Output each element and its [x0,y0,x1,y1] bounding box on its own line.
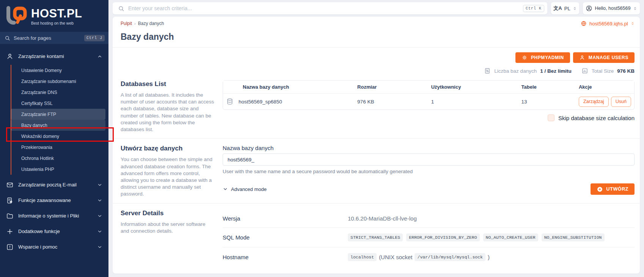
stats-row: Liczba baz danych 1 / Bez limitu Total S… [121,67,635,74]
chevron-up-icon [97,54,102,59]
database-name-input[interactable] [223,153,635,166]
sidebar-section-email[interactable]: Zarządzanie pocztą E-mail [0,177,108,192]
mail-icon [6,181,14,189]
breadcrumb: Pulpit › Bazy danych [121,21,164,26]
column-header-actions: Akcje [576,81,634,94]
manage-database-button[interactable]: Zarządzaj [579,97,609,107]
global-search-shortcut: Ctrl K [523,5,544,12]
sidebar-item-dns[interactable]: Zarządzanie DNS [11,87,105,98]
sidebar-item-ssl[interactable]: Certyfikaty SSL [11,98,105,109]
divider [113,138,640,139]
accounts-submenu: Ustawienie Domeny Zarządzanie subdomenam… [11,65,108,175]
database-users: 1 [428,94,518,110]
stat-total-size: Total Size 976 KB [581,67,635,74]
create-database-title: Utwórz bazę danych [121,145,214,152]
database-size: 976 KB [354,94,428,110]
sqlmode-badge: NO_ENGINE_SUBSTITUTION [542,233,605,241]
databases-list-title: Databases List [121,80,214,88]
plus-circle-icon [597,186,603,192]
sidebar-section-advanced[interactable]: Funkcje zaawansowane [0,192,108,208]
sidebar-item-przekierowania[interactable]: Przekierowania [11,142,105,153]
column-header-tables: Tabele [518,81,576,94]
user-circle-icon [586,5,592,12]
sidebar-menu: Zarządzanie kontami Ustawienie Domeny Za… [0,49,108,255]
select-carets-icon [631,21,635,26]
sqlmode-badges: STRICT_TRANS_TABLES ERROR_FOR_DIVISION_B… [348,233,605,241]
skip-size-checkbox[interactable] [548,114,554,121]
sidebar-item-ustawienie-domeny[interactable]: Ustawienie Domeny [11,65,105,76]
sqlmode-badge: ERROR_FOR_DIVISION_BY_ZERO [406,233,479,241]
server-details-title: Server Details [121,210,214,217]
brand-tagline: Best hosting on the web [31,21,82,25]
sidebar-item-bazy-danych[interactable]: Bazy danych [11,120,105,131]
sidebar-item-ftp[interactable]: Zarządzanie FTP [11,109,105,120]
sidebar-item-hotlink[interactable]: Ochrona Hotlink [11,153,105,164]
version-value: 10.6.20-MariaDB-cll-lve-log [348,215,417,222]
sidebar-item-php[interactable]: Ustawienia PHP [11,164,105,175]
databases-list-description: A list of all databases. It includes the… [121,92,214,133]
column-header-size: Rozmiar [354,81,428,94]
topbar: Enter your search criteria... Ctrl K 文A … [113,2,640,14]
sidebar: HOST.PL Best hosting on the web Search f… [0,0,108,277]
content-card: Pulpit › Bazy danych host56569.iqhs.pl B… [113,17,640,274]
sidebar-item-subdomeny[interactable]: Zarządzanie subdomenami [11,76,105,87]
brand-name: HOST.PL [31,8,82,19]
sidebar-search[interactable]: Search for pages Ctrl J [0,32,108,44]
iq-logo-icon [5,5,27,26]
brand-logo[interactable]: HOST.PL Best hosting on the web [0,0,108,26]
socket-path-badge: /var/lib/mysql/mysql.sock [415,253,485,261]
create-database-section: Utwórz bazę danych You can choose betwee… [121,145,635,197]
database-icon [226,98,234,105]
manage-users-button[interactable]: MANAGE USERS [573,52,635,63]
chevron-down-icon [223,186,228,192]
domain-name: host56569.iqhs.pl [589,21,628,27]
hostname-label: Hostname [223,254,348,260]
server-sqlmode-row: SQL Mode STRICT_TRANS_TABLES ERROR_FOR_D… [223,228,635,247]
sidebar-section-accounts[interactable]: Zarządzanie kontami [0,49,108,64]
phpmyadmin-button[interactable]: PHPMYADMIN [515,52,570,63]
sqlmode-badge: STRICT_TRANS_TABLES [348,233,403,241]
skip-size-label: Skip database size calculation [558,115,635,121]
sidebar-item-wskazniki[interactable]: Wskaźniki domeny [11,131,105,142]
sidebar-section-extra[interactable]: Dodatkowe funkcje [0,224,108,239]
sidebar-section-support[interactable]: Wsparcie i pomoc [0,239,108,255]
database-name-helper: User with the same name and a secure pas… [223,169,635,174]
sidebar-section-system-files[interactable]: Informacje o systemie i Pliki [0,208,108,224]
breadcrumb-home-link[interactable]: Pulpit [121,21,132,26]
server-details-description: Information about the server software an… [121,221,214,235]
user-icon [6,53,14,60]
create-database-description: You can choose between the simple and ad… [121,156,214,197]
sidebar-search-shortcut: Ctrl J [84,35,105,41]
create-database-button[interactable]: UTWÓRZ [591,183,635,195]
sidebar-search-placeholder: Search for pages [14,35,81,41]
page-title: Bazy danych [121,32,635,42]
databases-table: Nazwa bazy danych Rozmiar Użytkownicy Ta… [223,80,635,110]
chevron-down-icon [97,229,102,234]
global-search-input[interactable]: Enter your search criteria... Ctrl K [113,2,547,14]
advanced-mode-toggle[interactable]: Advanced mode [223,186,267,192]
divider [113,203,640,203]
hostname-value: localhost (UNIX socket /var/lib/mysql/my… [348,253,490,261]
plus-icon [6,228,14,235]
search-icon [118,5,124,12]
user-menu[interactable]: Hello, host56569 [583,2,640,14]
table-row: host56569_sp6850 976 KB 1 13 Zarządzaj U… [223,94,634,110]
skip-size-row: Skip database size calculation [223,114,635,121]
search-icon [5,35,10,41]
sqlmode-badge: NO_AUTO_CREATE_USER [483,233,538,241]
databases-list-section: Databases List A list of all databases. … [121,80,635,133]
column-header-users: Użytkownicy [428,81,518,94]
delete-database-button[interactable]: Usuń [611,97,631,107]
chevron-down-icon [97,182,102,188]
alert-square-icon [6,243,14,251]
globe-icon [581,20,587,27]
bar-chart-icon [581,67,588,74]
column-header-name: Nazwa bazy danych [223,81,354,94]
language-code: PL [564,6,570,11]
stat-database-count: Liczba baz danych 1 / Bez limitu [484,67,571,74]
language-selector[interactable]: 文A PL [551,2,579,14]
database-name-label: Nazwa bazy danych [223,145,635,151]
domain-selector[interactable]: host56569.iqhs.pl [581,20,635,27]
document-gear-icon [6,197,14,204]
server-hostname-row: Hostname localhost (UNIX socket /var/lib… [223,247,635,267]
